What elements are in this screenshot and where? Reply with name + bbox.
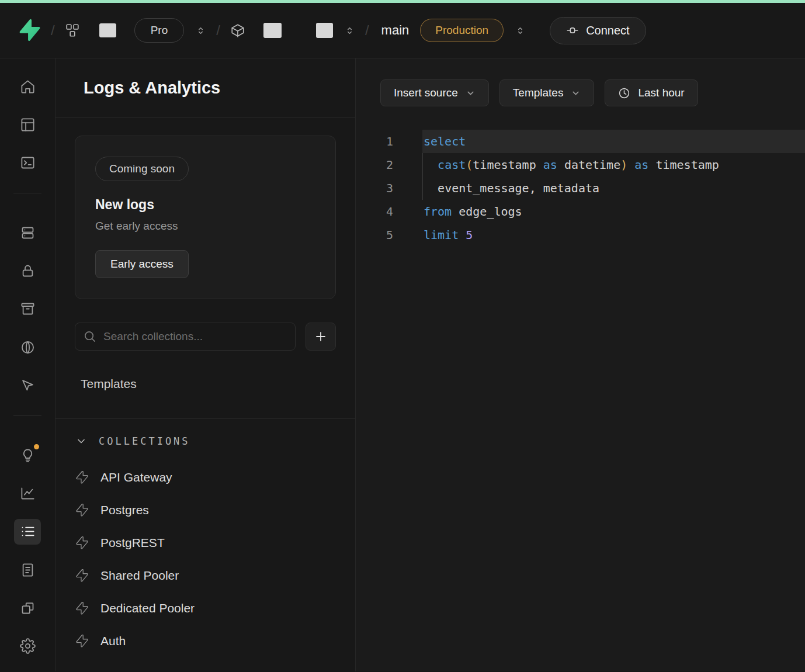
collection-item-label: Auth <box>100 634 126 648</box>
query-toolbar: Insert source Templates Last hour <box>356 58 805 106</box>
database-icon[interactable] <box>14 220 41 245</box>
assistant-lightbulb-icon[interactable] <box>14 442 41 468</box>
line-number: 5 <box>356 223 393 247</box>
code-line[interactable]: 5limit 5 <box>356 223 805 247</box>
environment-badge[interactable]: Production <box>420 19 504 42</box>
new-logs-title: New logs <box>95 197 315 213</box>
breadcrumb-separator: / <box>215 22 221 39</box>
code-line-content: event_message, metadata <box>422 176 805 200</box>
project-cube-icon[interactable] <box>230 23 245 38</box>
new-logs-promo-card: Coming soon New logs Get early access Ea… <box>75 136 336 299</box>
code-line-content: select <box>422 130 805 153</box>
primary-sidebar <box>0 58 55 671</box>
code-line[interactable]: 4from edge_logs <box>356 200 805 223</box>
collection-item[interactable]: Dedicated Pooler <box>75 592 355 625</box>
collection-bolt-icon <box>75 536 88 549</box>
collection-item-label: Shared Pooler <box>100 569 179 583</box>
collection-item-label: PostgREST <box>100 536 165 550</box>
collections-section: COLLECTIONS API Gateway Postgres PostgRE… <box>55 419 355 657</box>
code-line[interactable]: 1select <box>356 130 805 153</box>
redacted-project-name <box>316 23 333 38</box>
insert-source-label: Insert source <box>394 86 458 99</box>
collection-item[interactable]: PostgREST <box>75 526 355 559</box>
collections-list: API Gateway Postgres PostgREST Shared Po… <box>75 461 355 657</box>
line-number: 3 <box>356 176 393 200</box>
api-docs-icon[interactable] <box>14 557 41 583</box>
code-line-content: limit 5 <box>422 223 805 247</box>
line-number: 4 <box>356 200 393 223</box>
collection-item-label: API Gateway <box>100 470 172 484</box>
notification-dot <box>33 443 40 451</box>
search-icon <box>83 330 96 343</box>
plus-icon <box>314 330 328 344</box>
sql-editor[interactable]: 1select2 cast(timestamp as datetime) as … <box>356 130 805 247</box>
clock-icon <box>618 87 630 99</box>
chevron-down-icon <box>466 88 476 98</box>
search-collections-input[interactable] <box>75 323 296 351</box>
add-collection-button[interactable] <box>306 323 336 351</box>
plug-icon <box>566 24 579 37</box>
collection-bolt-icon <box>75 602 88 615</box>
chevron-down-icon <box>571 88 581 98</box>
plan-badge[interactable]: Pro <box>134 18 185 43</box>
logs-panel: Logs & Analytics Coming soon New logs Ge… <box>55 58 356 671</box>
org-switcher-chevrons-icon[interactable] <box>195 25 206 36</box>
collection-item-label: Postgres <box>100 503 149 517</box>
collection-bolt-icon <box>75 635 88 647</box>
advisors-icon[interactable] <box>14 373 41 399</box>
reports-icon[interactable] <box>14 480 41 506</box>
storage-icon[interactable] <box>14 296 41 322</box>
breadcrumb-separator: / <box>50 22 56 39</box>
auth-lock-icon[interactable] <box>14 258 41 283</box>
breadcrumb-separator: / <box>364 22 370 39</box>
time-range-button[interactable]: Last hour <box>605 79 698 106</box>
sidebar-divider <box>13 415 41 416</box>
code-line[interactable]: 3 event_message, metadata <box>356 176 805 200</box>
project-switcher-chevrons-icon[interactable] <box>344 25 355 36</box>
logs-icon[interactable] <box>14 519 41 545</box>
line-number: 2 <box>356 153 393 176</box>
query-editor-area: Insert source Templates Last hour 1selec… <box>356 58 805 671</box>
edge-functions-icon[interactable] <box>14 334 41 360</box>
code-line-content: cast(timestamp as datetime) as timestamp <box>422 153 805 176</box>
code-line-content: from edge_logs <box>422 200 805 223</box>
integrations-icon[interactable] <box>14 595 41 621</box>
collection-bolt-icon <box>75 569 88 582</box>
organization-icon[interactable] <box>65 23 80 38</box>
code-line[interactable]: 2 cast(timestamp as datetime) as timesta… <box>356 153 805 176</box>
time-range-label: Last hour <box>638 86 684 99</box>
connect-button[interactable]: Connect <box>550 17 646 44</box>
page-title: Logs & Analytics <box>84 78 327 98</box>
templates-link[interactable]: Templates <box>81 377 355 391</box>
search-box <box>75 323 296 351</box>
chevron-down-icon <box>75 435 87 447</box>
collections-header[interactable]: COLLECTIONS <box>75 435 355 447</box>
templates-dropdown-label: Templates <box>513 86 564 99</box>
connect-button-label: Connect <box>586 24 630 37</box>
supabase-logo-icon[interactable] <box>18 19 41 42</box>
home-icon[interactable] <box>14 74 41 99</box>
collections-search-row <box>75 323 336 351</box>
sql-editor-icon[interactable] <box>14 150 41 176</box>
line-number: 1 <box>356 130 393 153</box>
collection-bolt-icon <box>75 504 88 517</box>
collection-bolt-icon <box>75 471 88 484</box>
redacted-project-name <box>263 23 282 38</box>
collection-item[interactable]: Postgres <box>75 494 355 526</box>
early-access-button[interactable]: Early access <box>95 250 189 278</box>
collection-item[interactable]: Shared Pooler <box>75 559 355 592</box>
top-navigation-bar: / Pro / / main Production Connect <box>0 3 805 58</box>
sidebar-divider <box>13 193 41 193</box>
templates-dropdown[interactable]: Templates <box>499 79 595 106</box>
collection-item[interactable]: Auth <box>75 625 355 657</box>
branch-name[interactable]: main <box>381 23 410 38</box>
collections-header-label: COLLECTIONS <box>99 435 190 447</box>
branch-switcher-chevrons-icon[interactable] <box>515 25 526 36</box>
coming-soon-badge: Coming soon <box>95 157 189 181</box>
collection-item[interactable]: API Gateway <box>75 461 355 494</box>
settings-gear-icon[interactable] <box>14 633 41 659</box>
table-editor-icon[interactable] <box>14 112 41 137</box>
insert-source-dropdown[interactable]: Insert source <box>380 79 489 106</box>
redacted-org-name <box>99 23 116 37</box>
logs-panel-header: Logs & Analytics <box>55 58 355 118</box>
